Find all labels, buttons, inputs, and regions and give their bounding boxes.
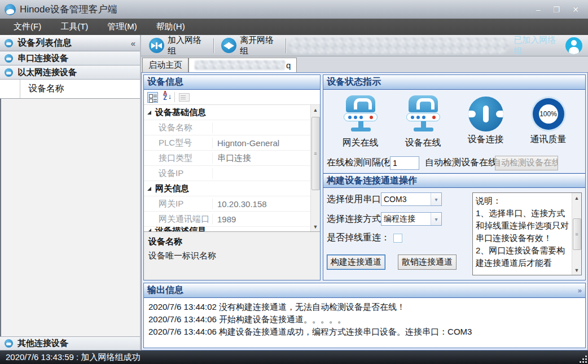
gateway-online-indicator: 网关在线 [330, 94, 392, 149]
minimize-button[interactable]: – [536, 6, 541, 14]
app-logo-icon [5, 4, 16, 15]
category-row[interactable]: 网关信息 [144, 181, 310, 196]
user-avatar[interactable] [565, 37, 582, 54]
property-row[interactable]: 接口类型串口连接 [144, 151, 310, 166]
selected-property-description: 设备唯一标识名称 [148, 251, 315, 261]
selected-property-name: 设备名称 [148, 236, 315, 247]
toolbar-separator [174, 92, 175, 102]
property-page-icon [179, 93, 190, 102]
property-pages-button[interactable] [178, 91, 191, 103]
menu-file[interactable]: 文件(F) [6, 20, 49, 34]
maximize-button[interactable]: ❐ [553, 6, 560, 14]
destroy-channel-button[interactable]: 散销连接通道 [398, 255, 457, 270]
device-list-area[interactable] [0, 99, 140, 336]
sort-alphabetical-button[interactable]: AZ↓ [162, 91, 172, 103]
output-header: 输出信息 » [144, 283, 585, 298]
sidebar-item-other-devices[interactable]: 其他连接设备 [0, 336, 140, 350]
comm-quality-icon: 100% [531, 97, 566, 131]
toolbar-separator [213, 38, 214, 53]
scroll-down-icon[interactable]: ▼ [572, 265, 582, 275]
reconnect-checkbox[interactable] [393, 234, 402, 243]
log-line: 2020/7/6 13:44:06 开始构建设备连接通道。。。。。 [148, 313, 581, 326]
expand-arrow-icon [147, 187, 151, 191]
output-collapse-icon[interactable]: » [578, 286, 582, 295]
serial-port-label: 选择使用串口 [327, 194, 381, 205]
device-online-icon [403, 94, 444, 135]
property-row[interactable]: 网关通讯端口1989 [144, 212, 310, 227]
redacted-tab-title [195, 60, 285, 70]
redacted-user-info [289, 38, 509, 54]
property-row[interactable]: 网关IP10.20.30.158 [144, 196, 310, 212]
property-row[interactable]: 设备IP [144, 166, 310, 181]
chevron-down-icon[interactable]: ▾ [431, 213, 441, 225]
device-connect-indicator: 设备连接 [455, 94, 517, 146]
title-bar: Hinode设备管理客户端 – ❐ ✕ [0, 0, 588, 19]
menu-bar: 文件(F) 工具(T) 管理(M) 帮助(H) [0, 19, 588, 35]
build-channel-button[interactable]: 构建连接通道 [327, 255, 385, 270]
device-list-sidebar: 设备列表信息 « 串口连接设备 以太网连接设备 设备名称 其他连接设备 [0, 35, 141, 350]
property-grid: 设备基础信息 设备名称 PLC型号Hignton-General 接口类型串口连… [144, 105, 310, 231]
device-name-column-header[interactable]: 设备名称 [20, 80, 64, 98]
log-line: 2020/7/6 13:44:02 没有构建连接通道，无法自动检测设备是否在线！ [148, 301, 581, 313]
resize-grip[interactable] [580, 356, 587, 363]
auto-detect-button[interactable]: 自动检测设备在线 [495, 156, 558, 170]
menu-help[interactable]: 帮助(H) [148, 20, 193, 34]
leave-network-icon [221, 38, 236, 53]
property-row[interactable]: 设备名称 [144, 120, 310, 135]
auto-detect-label: 自动检测设备在线 [425, 157, 497, 169]
scroll-up-icon[interactable]: ▲ [572, 193, 582, 203]
property-row[interactable]: PLC型号Hignton-General [144, 135, 310, 151]
tab-home[interactable]: 启动主页 [142, 58, 188, 72]
join-network-icon [149, 38, 164, 53]
interval-input[interactable] [390, 156, 419, 170]
serial-port-select[interactable]: COM3 ▾ [381, 192, 442, 206]
menu-manage[interactable]: 管理(M) [99, 20, 145, 34]
chevron-down-icon[interactable]: ▾ [431, 193, 441, 205]
connect-mode-select[interactable]: 编程连接 ▾ [381, 212, 442, 226]
sidebar-item-serial-devices[interactable]: 串口连接设备 [0, 51, 140, 65]
comm-quality-indicator: 100% 通讯质量 [517, 94, 580, 146]
network-status-label: 已加入网络组 [514, 35, 561, 56]
leave-network-button[interactable]: 离开网络组 [217, 33, 283, 58]
online-detect-row: 在线检测间隔(秒) 自动检测设备在线 自动检测设备在线 [323, 153, 585, 173]
categorized-icon [147, 92, 158, 103]
status-message: 2020/7/6 13:43:59 : 加入网络组成功 [6, 352, 140, 363]
status-panel-header: 设备状态指示 [323, 75, 585, 90]
instructions-scrollbar[interactable]: ▲ ≡ ▼ [572, 193, 581, 275]
status-bar: 2020/7/6 13:43:59 : 加入网络组成功 [0, 350, 588, 364]
scroll-up-icon[interactable]: ▲ [311, 105, 321, 115]
device-grid-header: 设备名称 [0, 80, 140, 99]
ethernet-device-icon [5, 68, 13, 77]
gateway-online-icon [340, 94, 381, 135]
instructions-text: 说明： 1、选择串口、连接方式和掉线重连操作选项只对串口连接设备有效！ 2、网口… [473, 193, 572, 275]
window-title: Hinode设备管理客户端 [20, 3, 117, 16]
device-status-panel: 设备状态指示 网关在线 [323, 74, 586, 280]
interval-label: 在线检测间隔(秒) [327, 157, 390, 169]
sidebar-item-ethernet-devices[interactable]: 以太网连接设备 [0, 65, 140, 80]
output-log: 2020/7/6 13:44:02 没有构建连接通道，无法自动检测设备是否在线！… [144, 298, 585, 348]
menu-tools[interactable]: 工具(T) [52, 20, 96, 34]
scrollbar-thumb[interactable]: ≡ [311, 117, 320, 190]
category-row[interactable]: 设备基础信息 [144, 105, 310, 120]
tab-device-active[interactable]: q [188, 58, 297, 72]
device-info-header: 设备信息 [144, 75, 320, 90]
serial-device-icon [5, 54, 13, 63]
expand-arrow-icon [147, 111, 151, 115]
scroll-down-icon[interactable]: ▼ [311, 222, 321, 231]
tab-title-suffix: q [286, 60, 291, 70]
join-network-button[interactable]: 加入网络组 [144, 33, 210, 58]
log-line: 2020/7/6 13:44:06 构建设备连接通道成功，编程方式连接串口设备。… [148, 326, 581, 338]
status-indicators: 网关在线 设备在线 [323, 90, 585, 153]
close-button[interactable]: ✕ [572, 6, 579, 14]
sidebar-collapse-icon[interactable]: « [131, 38, 135, 48]
channel-panel-header: 构建设备连接通道操作 [323, 173, 585, 188]
propertygrid-scrollbar[interactable]: ▲ ≡ ▼ [310, 105, 320, 231]
network-toolbar: 加入网络组 离开网络组 已加入网络组 [141, 35, 588, 56]
scrollbar-thumb[interactable]: ≡ [573, 218, 581, 250]
channel-controls: 选择使用串口 COM3 ▾ 选择连接方式 编程连接 [323, 188, 585, 280]
categorized-view-button[interactable] [146, 91, 159, 103]
device-connect-icon [468, 97, 503, 131]
category-row-clipped[interactable]: 设备描述信息 [144, 227, 310, 231]
output-panel: 输出信息 » 2020/7/6 13:44:02 没有构建连接通道，无法自动检测… [143, 283, 586, 348]
sidebar-header: 设备列表信息 « [0, 35, 140, 51]
